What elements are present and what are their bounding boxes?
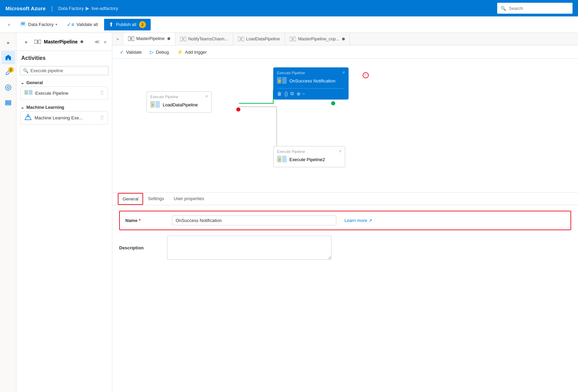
svg-rect-6 xyxy=(5,101,11,102)
name-input[interactable] xyxy=(172,215,336,225)
collapse-single-btn[interactable]: « xyxy=(102,38,108,45)
canvas-area[interactable]: ! Execute Pipeline ↗ LoadDat xyxy=(112,59,578,192)
prop-tab-general[interactable]: General xyxy=(118,193,143,205)
tab-master-copy[interactable]: MasterPipeline_cop... xyxy=(285,33,350,45)
factory-dropdown-arrow: ▾ xyxy=(55,23,57,26)
tab-copy-label: MasterPipeline_cop... xyxy=(298,37,339,41)
node-load-data-pipeline[interactable]: Execute Pipeline ↗ LoadDataPipeline xyxy=(147,91,212,113)
factory-selector[interactable]: Data Factory ▾ xyxy=(16,19,61,30)
drag-icon-ml: ⠿ xyxy=(100,115,104,121)
search-icon: 🔍 xyxy=(501,6,506,11)
category-general-label: General xyxy=(26,80,43,85)
svg-rect-20 xyxy=(180,37,183,41)
prop-tab-user-props[interactable]: User properties xyxy=(169,193,209,205)
sidebar-item-monitor[interactable] xyxy=(1,81,15,94)
publish-badge: 2 xyxy=(139,21,146,28)
node2-header: Execute Pipeline ↗ xyxy=(277,70,345,75)
master-pipeline-label: MasterPipeline xyxy=(44,39,78,44)
node1-external-link-icon[interactable]: ↗ xyxy=(205,94,208,99)
debug-btn-label: Debug xyxy=(156,50,169,55)
toolbar-collapse-btn[interactable]: » xyxy=(4,20,14,29)
svg-rect-10 xyxy=(38,40,41,43)
activities-search-icon: 🔍 xyxy=(23,68,28,73)
category-general: ⌄ General Execute Pipeline ⠿ xyxy=(16,78,112,103)
node3-header: Execute Pipeline ↗ xyxy=(277,149,341,154)
activity-execute-pipeline-label: Execute Pipeline xyxy=(35,91,68,96)
category-ml-header[interactable]: ⌄ Machine Learning xyxy=(21,105,108,110)
tab-load[interactable]: LoadDataPipeline xyxy=(233,33,285,45)
activity-ml-label: Machine Learning Exe... xyxy=(35,115,83,120)
panel-expand-btn[interactable]: » xyxy=(21,36,32,47)
collapse-activities-btn[interactable]: ≪ xyxy=(93,38,101,45)
svg-rect-21 xyxy=(184,37,186,41)
debug-play-icon: ▷ xyxy=(150,49,154,55)
node2-code-icon[interactable]: {} xyxy=(285,91,288,96)
factory-toolbar: » Data Factory ▾ ✓≡ Validate all ⬆ Publi… xyxy=(0,16,578,33)
svg-rect-9 xyxy=(34,40,37,43)
content-area: » MasterPipeline NotifyTeamsChann... xyxy=(112,33,578,392)
category-ml: ⌄ Machine Learning Machine Learning Exe.… xyxy=(16,103,112,127)
drag-icon: ⠿ xyxy=(100,90,104,96)
activities-search-input[interactable] xyxy=(30,68,105,73)
tab-master-dot xyxy=(167,37,170,40)
sidebar-expand-btn[interactable]: » xyxy=(1,36,15,49)
category-general-header[interactable]: ⌄ General xyxy=(21,80,108,85)
svg-rect-18 xyxy=(132,37,134,41)
svg-rect-2 xyxy=(22,23,23,25)
node1-name: LoadDataPipeline xyxy=(163,102,198,107)
expand-double-icon: » xyxy=(25,39,27,44)
validate-checkmark-icon: ✓ xyxy=(120,49,124,55)
node2-delete-icon[interactable]: 🗑 xyxy=(277,91,282,96)
brand-title: Microsoft Azure xyxy=(5,5,46,11)
node-execute-pipeline2[interactable]: Execute Pipeline ↗ Execute Pipeline2 xyxy=(273,146,345,167)
chevron-right-icon: » xyxy=(8,22,10,27)
debug-button[interactable]: ▷ Debug xyxy=(147,48,172,56)
tab-notify[interactable]: NotifyTeamsChann... xyxy=(175,33,233,45)
tab-master-pipeline[interactable]: MasterPipeline xyxy=(123,33,175,45)
learn-more-link[interactable]: Learn more ↗ xyxy=(344,218,372,223)
tab-master-label: MasterPipeline xyxy=(136,36,165,41)
node3-name: Execute Pipeline2 xyxy=(289,157,325,162)
node2-name: OnSuccess Notification xyxy=(289,78,335,83)
tab-load-icon xyxy=(238,37,244,41)
tab-load-label: LoadDataPipeline xyxy=(246,37,280,41)
node2-copy-icon[interactable]: ⧉ xyxy=(290,91,294,96)
publish-all-button[interactable]: ⬆ Publish all 2 xyxy=(104,19,151,30)
expand-icon: » xyxy=(7,40,9,45)
sidebar-item-edit[interactable]: 2 xyxy=(1,66,15,79)
tab-copy-icon xyxy=(290,37,296,41)
svg-rect-23 xyxy=(238,37,240,41)
activities-title: Activities xyxy=(21,55,46,61)
breadcrumb-data-factory[interactable]: Data Factory xyxy=(58,6,84,11)
node2-link-icon[interactable]: ⊕→ xyxy=(297,91,305,96)
search-input[interactable] xyxy=(509,6,569,11)
name-label-container: Name * xyxy=(125,218,166,223)
description-label-container: Description xyxy=(119,245,160,250)
tab-expand-btn[interactable]: » xyxy=(112,33,123,45)
properties-content: Name * Learn more ↗ Description xyxy=(112,205,578,271)
category-ml-label: Machine Learning xyxy=(26,105,64,110)
breadcrumb-live-adfactory[interactable]: live-adfactory xyxy=(91,6,118,11)
activity-ml-execute[interactable]: Machine Learning Exe... ⠿ xyxy=(21,111,108,125)
execute-pipeline-icon xyxy=(24,89,33,97)
name-field-row: Name * Learn more ↗ xyxy=(119,211,571,230)
search-box[interactable]: 🔍 xyxy=(497,3,573,14)
validate-btn-label: Validate xyxy=(126,50,142,55)
add-trigger-button[interactable]: ⚡ Add trigger xyxy=(174,48,210,56)
activities-search-box[interactable]: 🔍 xyxy=(20,66,109,75)
sidebar-item-home[interactable] xyxy=(1,51,15,64)
properties-panel: General Settings User properties Name * xyxy=(112,192,578,271)
activity-execute-pipeline[interactable]: Execute Pipeline ⠿ xyxy=(21,87,108,100)
name-required-marker: * xyxy=(139,218,140,223)
node2-external-link-icon[interactable]: ↗ xyxy=(342,70,345,75)
topbar-separator: | xyxy=(51,5,53,12)
node2-actions: 🗑 {} ⧉ ⊕→ xyxy=(277,88,345,96)
prop-tab-settings[interactable]: Settings xyxy=(143,193,169,205)
validate-button[interactable]: ✓ Validate xyxy=(116,48,145,56)
sidebar-item-manage[interactable] xyxy=(1,96,15,109)
node3-external-link-icon[interactable]: ↗ xyxy=(338,149,341,154)
node-onsuccess-notification[interactable]: Execute Pipeline ↗ OnSuccess Notificatio… xyxy=(273,67,349,100)
validate-all-button[interactable]: ✓≡ Validate all xyxy=(63,19,101,30)
description-textarea[interactable] xyxy=(167,236,331,260)
svg-rect-13 xyxy=(29,90,33,95)
